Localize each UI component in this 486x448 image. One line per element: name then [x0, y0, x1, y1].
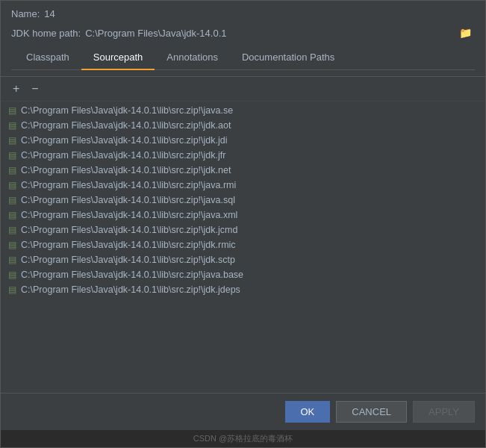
file-icon: ▤ — [8, 180, 16, 190]
file-path: C:\Program Files\Java\jdk-14.0.1\lib\src… — [21, 195, 235, 205]
file-icon: ▤ — [8, 225, 16, 235]
ok-button[interactable]: OK — [285, 401, 331, 423]
tab-annotations[interactable]: Annotations — [155, 46, 230, 70]
tab-documentation[interactable]: Documentation Paths — [230, 46, 346, 70]
watermark: CSDN @苏格拉底的毒酒杯 — [1, 430, 485, 447]
name-label: Name: — [11, 8, 40, 19]
file-icon: ▤ — [8, 284, 16, 295]
file-path: C:\Program Files\Java\jdk-14.0.1\lib\src… — [21, 180, 236, 190]
tab-sourcepath[interactable]: Sourcepath — [81, 46, 155, 70]
remove-button[interactable]: − — [27, 81, 43, 96]
dialog: Name: 14 JDK home path: C:\Program Files… — [0, 0, 486, 448]
file-icon: ▤ — [8, 255, 16, 265]
file-path: C:\Program Files\Java\jdk-14.0.1\lib\src… — [21, 105, 233, 116]
file-path: C:\Program Files\Java\jdk-14.0.1\lib\src… — [21, 165, 231, 175]
apply-button[interactable]: APPLY — [413, 401, 475, 423]
dialog-footer: OK CANCEL APPLY — [1, 393, 485, 430]
list-item[interactable]: ▤C:\Program Files\Java\jdk-14.0.1\lib\sr… — [1, 252, 485, 267]
list-item[interactable]: ▤C:\Program Files\Java\jdk-14.0.1\lib\sr… — [1, 148, 485, 163]
list-item[interactable]: ▤C:\Program Files\Java\jdk-14.0.1\lib\sr… — [1, 193, 485, 208]
toolbar: + − — [1, 77, 485, 102]
list-item[interactable]: ▤C:\Program Files\Java\jdk-14.0.1\lib\sr… — [1, 103, 485, 118]
list-item[interactable]: ▤C:\Program Files\Java\jdk-14.0.1\lib\sr… — [1, 163, 485, 178]
tabs-row: Classpath Sourcepath Annotations Documen… — [11, 45, 475, 70]
tab-classpath[interactable]: Classpath — [14, 46, 81, 70]
file-icon: ▤ — [8, 210, 16, 220]
file-icon: ▤ — [8, 270, 16, 280]
file-path: C:\Program Files\Java\jdk-14.0.1\lib\src… — [21, 255, 235, 265]
file-list[interactable]: ▤C:\Program Files\Java\jdk-14.0.1\lib\sr… — [1, 102, 485, 393]
name-row: Name: 14 — [11, 8, 475, 19]
file-icon: ▤ — [8, 165, 16, 175]
list-item[interactable]: ▤C:\Program Files\Java\jdk-14.0.1\lib\sr… — [1, 118, 485, 133]
file-path: C:\Program Files\Java\jdk-14.0.1\lib\src… — [21, 284, 240, 295]
file-path: C:\Program Files\Java\jdk-14.0.1\lib\src… — [21, 240, 236, 250]
list-item[interactable]: ▤C:\Program Files\Java\jdk-14.0.1\lib\sr… — [1, 267, 485, 282]
file-path: C:\Program Files\Java\jdk-14.0.1\lib\src… — [21, 225, 237, 235]
file-icon: ▤ — [8, 105, 16, 116]
list-item[interactable]: ▤C:\Program Files\Java\jdk-14.0.1\lib\sr… — [1, 237, 485, 252]
file-path: C:\Program Files\Java\jdk-14.0.1\lib\src… — [21, 135, 227, 146]
dialog-header: Name: 14 JDK home path: C:\Program Files… — [1, 1, 485, 77]
jdk-path: C:\Program Files\Java\jdk-14.0.1 — [85, 28, 452, 39]
cancel-button[interactable]: CANCEL — [336, 401, 407, 423]
add-button[interactable]: + — [8, 81, 24, 96]
file-icon: ▤ — [8, 135, 16, 146]
name-value: 14 — [44, 8, 54, 19]
jdk-row: JDK home path: C:\Program Files\Java\jdk… — [11, 25, 475, 40]
list-item[interactable]: ▤C:\Program Files\Java\jdk-14.0.1\lib\sr… — [1, 133, 485, 148]
list-item[interactable]: ▤C:\Program Files\Java\jdk-14.0.1\lib\sr… — [1, 282, 485, 297]
folder-icon[interactable]: 📁 — [456, 25, 475, 40]
file-path: C:\Program Files\Java\jdk-14.0.1\lib\src… — [21, 120, 231, 131]
file-icon: ▤ — [8, 240, 16, 250]
file-path: C:\Program Files\Java\jdk-14.0.1\lib\src… — [21, 270, 243, 280]
file-icon: ▤ — [8, 195, 16, 205]
file-icon: ▤ — [8, 120, 16, 131]
file-icon: ▤ — [8, 150, 16, 161]
jdk-label: JDK home path: — [11, 28, 81, 39]
list-item[interactable]: ▤C:\Program Files\Java\jdk-14.0.1\lib\sr… — [1, 223, 485, 237]
list-item[interactable]: ▤C:\Program Files\Java\jdk-14.0.1\lib\sr… — [1, 208, 485, 223]
file-path: C:\Program Files\Java\jdk-14.0.1\lib\src… — [21, 150, 225, 161]
file-path: C:\Program Files\Java\jdk-14.0.1\lib\src… — [21, 210, 237, 220]
list-item[interactable]: ▤C:\Program Files\Java\jdk-14.0.1\lib\sr… — [1, 178, 485, 193]
